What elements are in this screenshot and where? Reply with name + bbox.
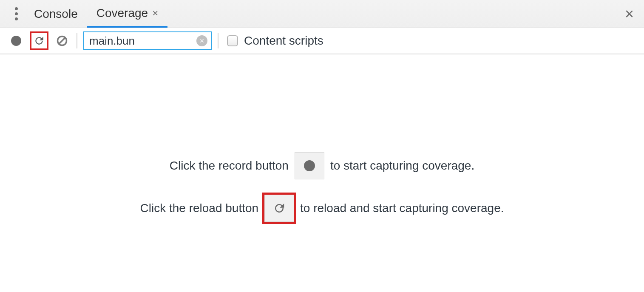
tab-console-label: Console xyxy=(34,7,78,21)
tab-coverage[interactable]: Coverage × xyxy=(87,0,167,28)
clear-icon xyxy=(56,35,68,47)
clear-filter-icon[interactable]: × xyxy=(196,35,207,46)
record-icon xyxy=(11,36,21,46)
tab-coverage-label: Coverage xyxy=(96,6,148,20)
record-button[interactable] xyxy=(8,32,25,49)
record-hint-post: to start capturing coverage. xyxy=(330,159,474,173)
svg-line-1 xyxy=(59,37,65,44)
tab-strip: Console Coverage × × xyxy=(0,0,644,28)
reload-hint-post: to reload and start capturing coverage. xyxy=(300,201,504,215)
coverage-toolbar: × Content scripts xyxy=(0,28,644,54)
close-tab-icon[interactable]: × xyxy=(152,8,158,18)
content-scripts-checkbox[interactable] xyxy=(227,35,238,46)
close-panel-icon[interactable]: × xyxy=(625,6,634,22)
clear-button[interactable] xyxy=(54,32,71,49)
toolbar-divider xyxy=(218,33,218,48)
tab-console[interactable]: Console xyxy=(25,0,87,28)
filter-input[interactable] xyxy=(84,32,211,49)
reload-button[interactable] xyxy=(31,32,48,49)
toolbar-divider xyxy=(77,33,77,48)
reload-hint-button[interactable] xyxy=(264,195,294,222)
record-hint: Click the record button to start capturi… xyxy=(170,152,474,179)
content-scripts-label: Content scripts xyxy=(244,34,323,48)
record-hint-button[interactable] xyxy=(295,152,324,179)
filter-field[interactable]: × xyxy=(83,31,212,50)
coverage-empty-state: Click the record button to start capturi… xyxy=(0,54,644,292)
reload-hint: Click the reload button to reload and st… xyxy=(140,195,504,222)
reload-icon xyxy=(273,202,286,215)
more-tabs-icon[interactable] xyxy=(8,6,25,23)
reload-icon xyxy=(34,35,45,46)
reload-hint-pre: Click the reload button xyxy=(140,201,258,215)
record-hint-pre: Click the record button xyxy=(170,159,289,173)
record-icon xyxy=(304,160,315,171)
